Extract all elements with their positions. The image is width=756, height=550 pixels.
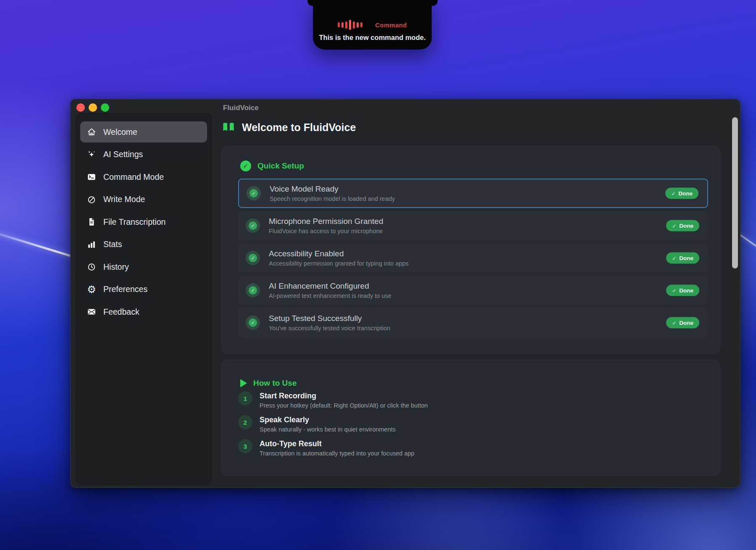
sidebar-item-ai-settings[interactable]: AI Settings (80, 144, 207, 165)
done-badge: ✓ Done (666, 285, 699, 296)
clock-history-icon (86, 262, 97, 271)
hud-mode-label: Command (375, 21, 407, 29)
home-icon (86, 127, 97, 137)
sidebar-item-label: Welcome (103, 127, 137, 137)
setup-row-subtitle: AI-powered text enhancement is ready to … (269, 292, 391, 299)
check-icon: ✓ (671, 190, 675, 196)
envelope-icon (86, 307, 97, 316)
sidebar-item-command-mode[interactable]: Command Mode (80, 166, 207, 187)
how-to-step-3: 3 Auto-Type Result Transcription is auto… (238, 439, 428, 457)
setup-row-title: Setup Tested Successfully (269, 314, 390, 323)
sidebar-item-feedback[interactable]: Feedback (80, 301, 207, 322)
setup-row-subtitle: Speech recognition model is loaded and r… (270, 195, 395, 202)
step-subtitle: Transcription is automatically typed int… (260, 450, 415, 457)
step-number-badge: 1 (238, 391, 252, 405)
sidebar-item-label: Preferences (103, 284, 147, 294)
close-button[interactable] (76, 103, 85, 112)
play-icon (240, 379, 247, 387)
sidebar-item-file-transcription[interactable]: File Transcription (80, 211, 207, 232)
how-to-use-heading: How to Use (240, 379, 297, 388)
check-icon: ✓ (672, 320, 676, 326)
bar-chart-icon (86, 240, 97, 249)
step-number-badge: 2 (238, 415, 252, 429)
setup-row-ai-enhancement[interactable]: ✓ AI Enhancement Configured AI-powered t… (238, 276, 708, 305)
page-header: Welcome to FluidVoice (222, 121, 356, 134)
setup-row-title: Voice Model Ready (270, 184, 395, 194)
window-title: FluidVoice (223, 104, 259, 112)
sidebar: Welcome AI Settings Command Mode (76, 113, 211, 485)
setup-row-microphone[interactable]: ✓ Microphone Permission Granted FluidVoi… (238, 211, 708, 240)
hud-message: This is the new command mode. (319, 34, 426, 42)
minimize-button[interactable] (89, 103, 97, 112)
scrollbar[interactable] (732, 117, 738, 268)
check-badge-icon: ✓ (246, 218, 260, 233)
document-icon (86, 217, 97, 226)
quick-setup-heading: ✓ Quick Setup (240, 161, 304, 171)
check-icon: ✓ (672, 255, 676, 261)
setup-row-subtitle: Accessibility permission granted for typ… (269, 260, 409, 267)
sparkles-icon (86, 150, 97, 159)
setup-row-title: Microphone Permission Granted (269, 217, 383, 226)
check-icon: ✓ (672, 287, 676, 293)
setup-row-title: AI Enhancement Configured (269, 282, 391, 291)
sidebar-item-preferences[interactable]: ⚙ Preferences (80, 279, 207, 300)
sidebar-item-label: Write Mode (103, 195, 145, 204)
how-to-use-card: How to Use 1 Start Recording Press your … (221, 360, 720, 476)
step-title: Auto-Type Result (260, 439, 415, 448)
check-badge-icon: ✓ (246, 251, 260, 265)
waveform-icon (338, 20, 362, 30)
sidebar-item-label: Command Mode (103, 172, 164, 182)
sidebar-item-welcome[interactable]: Welcome (80, 121, 207, 142)
done-badge: ✓ Done (665, 188, 698, 199)
sidebar-item-label: Stats (103, 239, 122, 249)
zoom-button[interactable] (101, 103, 109, 112)
page-title: Welcome to FluidVoice (242, 121, 356, 134)
sidebar-item-write-mode[interactable]: Write Mode (80, 189, 207, 210)
pencil-circle-icon (86, 195, 97, 204)
gear-icon: ⚙ (86, 285, 97, 294)
step-subtitle: Press your hotkey (default: Right Option… (260, 402, 428, 409)
check-circle-icon: ✓ (240, 161, 251, 171)
check-icon: ✓ (672, 223, 676, 229)
setup-row-setup-tested[interactable]: ✓ Setup Tested Successfully You've succe… (238, 308, 708, 337)
done-badge: ✓ Done (666, 220, 699, 232)
step-subtitle: Speak naturally - works best in quiet en… (260, 426, 396, 433)
setup-row-accessibility[interactable]: ✓ Accessibility Enabled Accessibility pe… (238, 243, 708, 273)
sidebar-item-label: Feedback (103, 307, 139, 317)
setup-row-title: Accessibility Enabled (269, 249, 409, 258)
sidebar-item-label: File Transcription (103, 217, 165, 227)
sidebar-item-stats[interactable]: Stats (80, 234, 207, 255)
done-badge: ✓ Done (666, 317, 699, 329)
done-badge: ✓ Done (666, 253, 699, 264)
check-badge-icon: ✓ (246, 283, 260, 297)
step-number-badge: 3 (238, 439, 252, 453)
sidebar-item-label: AI Settings (103, 150, 143, 159)
setup-row-subtitle: FluidVoice has access to your microphone (269, 228, 383, 234)
app-window: FluidVoice Welcome AI Settings (70, 99, 740, 488)
check-badge-icon: ✓ (247, 186, 261, 200)
how-to-step-2: 2 Speak Clearly Speak naturally - works … (238, 415, 428, 433)
book-icon (222, 121, 235, 134)
quick-setup-card: ✓ Quick Setup ✓ Voice Model Ready Speech… (221, 146, 720, 354)
sidebar-item-label: History (103, 262, 129, 272)
step-title: Speak Clearly (260, 416, 396, 424)
terminal-icon (86, 172, 97, 182)
command-mode-hud: Command This is the new command mode. (313, 0, 432, 50)
how-to-step-1: 1 Start Recording Press your hotkey (def… (238, 391, 428, 409)
step-title: Start Recording (260, 392, 428, 400)
sidebar-item-history[interactable]: History (80, 256, 207, 277)
setup-row-subtitle: You've successfully tested voice transcr… (269, 325, 390, 332)
setup-row-voice-model[interactable]: ✓ Voice Model Ready Speech recognition m… (238, 179, 708, 208)
check-badge-icon: ✓ (246, 316, 260, 330)
